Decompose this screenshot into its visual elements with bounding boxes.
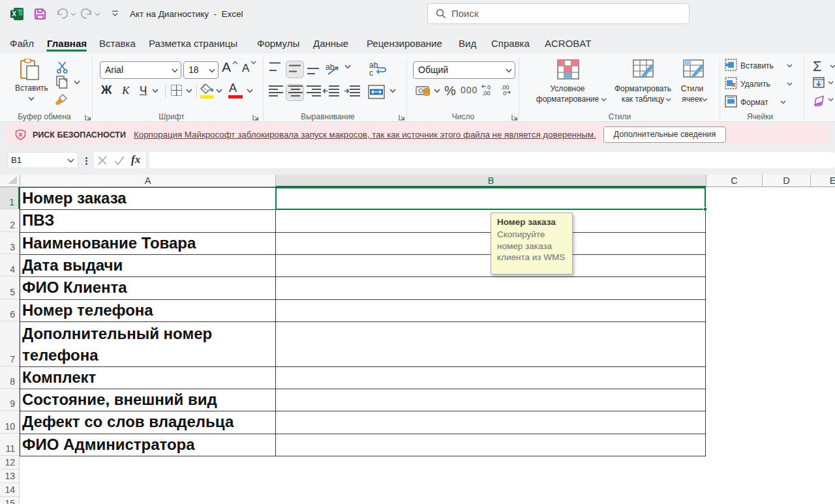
svg-text:x: x — [732, 80, 736, 88]
svg-text:,00: ,00 — [482, 90, 491, 96]
svg-text:0: 0 — [503, 90, 506, 96]
svg-text:X: X — [12, 10, 16, 18]
svg-text:c: c — [369, 68, 373, 77]
